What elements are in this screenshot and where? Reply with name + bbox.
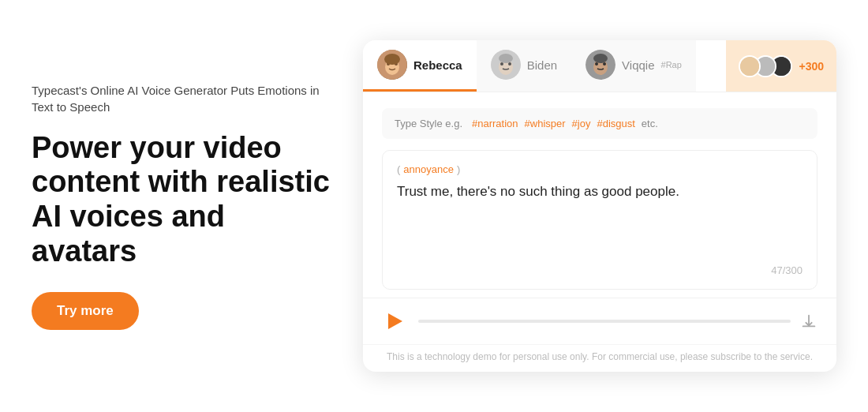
tab-rebecca[interactable]: Rebecca xyxy=(363,40,477,92)
subtitle: Typecast's Online AI Voice Generator Put… xyxy=(32,82,331,115)
download-button[interactable] xyxy=(800,313,817,330)
content-area: Type Style e.g. #narration #whisper #joy… xyxy=(363,92,836,298)
svg-point-7 xyxy=(500,62,503,66)
tag-etc: etc. xyxy=(642,118,658,129)
play-button[interactable] xyxy=(382,308,409,335)
avatar-biden xyxy=(491,50,521,80)
demo-panel: Rebecca Biden xyxy=(363,40,836,372)
svg-point-4 xyxy=(384,54,400,65)
avatar-viqqie xyxy=(586,50,615,80)
player-row xyxy=(363,298,836,344)
text-area[interactable]: ( annoyance ) Trust me, there's no such … xyxy=(382,150,817,290)
play-icon xyxy=(388,313,402,329)
progress-bar[interactable] xyxy=(418,320,791,323)
type-style-row: Type Style e.g. #narration #whisper #joy… xyxy=(382,108,817,139)
try-more-button[interactable]: Try more xyxy=(32,292,139,330)
tab-more[interactable]: +300 xyxy=(726,40,836,92)
svg-point-8 xyxy=(508,62,511,66)
tab-rebecca-label: Rebecca xyxy=(413,58,462,72)
footer-note: This is a technology demo for personal u… xyxy=(363,344,836,372)
svg-point-9 xyxy=(499,54,513,63)
main-text: Trust me, there's no such thing as good … xyxy=(397,182,803,202)
tab-viqqie-tag: #Rap xyxy=(661,60,682,69)
emotion-label: annoyance xyxy=(403,163,454,175)
tab-viqqie[interactable]: Viqqie #Rap xyxy=(571,40,696,92)
avatar-rebecca xyxy=(377,50,407,80)
plus-badge-label: +300 xyxy=(799,60,824,73)
tag-narration[interactable]: #narration xyxy=(472,118,518,129)
svg-point-13 xyxy=(603,62,606,66)
tag-disgust[interactable]: #disgust xyxy=(597,118,634,129)
main-heading: Power your video content with realistic … xyxy=(32,131,331,269)
tab-biden-label: Biden xyxy=(527,58,557,72)
tag-whisper[interactable]: #whisper xyxy=(525,118,566,129)
tab-biden[interactable]: Biden xyxy=(477,40,571,92)
svg-point-14 xyxy=(593,54,608,63)
tab-viqqie-label: Viqqie xyxy=(622,58,654,72)
svg-point-12 xyxy=(595,62,598,66)
character-tabs: Rebecca Biden xyxy=(363,40,836,92)
tag-joy[interactable]: #joy xyxy=(572,118,591,129)
emotion-badge: ( annoyance ) xyxy=(397,163,803,175)
left-panel: Typecast's Online AI Voice Generator Put… xyxy=(32,82,331,331)
type-style-label: Type Style e.g. xyxy=(395,118,462,129)
char-count: 47/300 xyxy=(397,258,803,276)
svg-rect-18 xyxy=(803,326,816,328)
